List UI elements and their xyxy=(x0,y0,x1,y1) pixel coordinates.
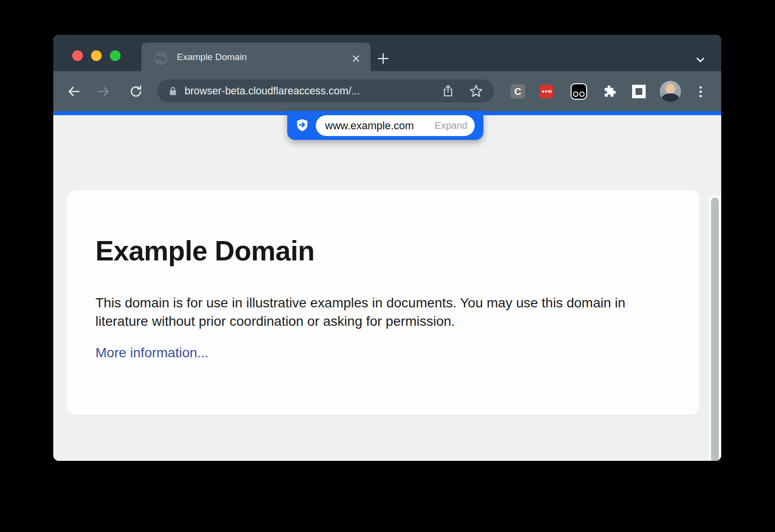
extension-square-icon[interactable] xyxy=(632,83,646,100)
scrollbar-track[interactable] xyxy=(709,196,721,461)
extension-c-icon[interactable]: C xyxy=(511,83,525,100)
lastpass-dots-glyph xyxy=(540,85,553,98)
extension-c-glyph: C xyxy=(511,84,525,99)
globe-icon xyxy=(154,52,168,65)
url-text[interactable]: browser-beta.cloudflareaccess.com/... xyxy=(185,85,427,97)
isolated-domain-text: www.example.com xyxy=(325,120,414,132)
reload-icon[interactable] xyxy=(128,83,144,100)
back-arrow-icon[interactable] xyxy=(66,83,82,100)
lock-icon[interactable] xyxy=(167,85,179,97)
tab-title: Example Domain xyxy=(177,43,247,72)
avatar-photo xyxy=(660,81,681,102)
expand-button[interactable]: Expand xyxy=(434,120,467,131)
extension-two-circles-icon[interactable] xyxy=(571,83,587,100)
window-close-button[interactable] xyxy=(72,50,83,61)
new-tab-plus-icon[interactable] xyxy=(375,50,391,67)
tab-strip: Example Domain xyxy=(53,35,721,71)
toolbar: browser-beta.cloudflareaccess.com/... C xyxy=(53,71,721,111)
window-minimize-button[interactable] xyxy=(91,50,102,61)
profile-avatar[interactable] xyxy=(660,83,681,100)
kebab-menu-icon[interactable] xyxy=(696,83,705,100)
extensions-puzzle-icon[interactable] xyxy=(602,83,617,100)
scrollbar-thumb[interactable] xyxy=(711,198,719,461)
chevron-down-icon[interactable] xyxy=(693,52,708,67)
browser-window: Example Domain xyxy=(53,35,721,461)
forward-arrow-icon[interactable] xyxy=(95,83,111,100)
shield-arrow-icon xyxy=(295,118,310,133)
bookmark-star-icon[interactable] xyxy=(469,84,483,98)
kebab-dots-glyph xyxy=(699,84,702,99)
isolation-url-pill[interactable]: www.example.com Expand xyxy=(287,111,483,140)
isolation-domain-field[interactable]: www.example.com Expand xyxy=(316,115,475,136)
page-paragraph: This domain is for use in illustrative e… xyxy=(95,294,652,331)
square-glyph xyxy=(632,85,646,98)
content-card: Example Domain This domain is for use in… xyxy=(67,190,699,415)
extension-lastpass-icon[interactable] xyxy=(540,83,553,100)
address-bar[interactable]: browser-beta.cloudflareaccess.com/... xyxy=(157,79,494,103)
page-viewport: Example Domain This domain is for use in… xyxy=(53,115,721,461)
more-information-link[interactable]: More information... xyxy=(95,345,208,361)
tab-example-domain[interactable]: Example Domain xyxy=(141,43,371,72)
window-zoom-button[interactable] xyxy=(110,50,121,61)
share-icon[interactable] xyxy=(441,84,455,98)
page-title: Example Domain xyxy=(95,235,670,267)
tab-close-icon[interactable] xyxy=(350,52,362,65)
two-circles-glyph xyxy=(571,83,587,100)
